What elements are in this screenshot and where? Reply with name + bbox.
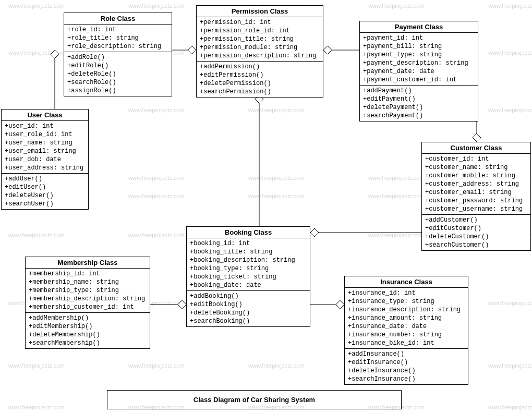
- class-methods: +addCustomer()+editCustomer()+deleteCust…: [422, 215, 530, 250]
- diagram-title: Class Diagram of Car Sharing System: [107, 390, 402, 409]
- watermark: www.freeprojectz.com: [128, 232, 185, 238]
- watermark: www.freeprojectz.com: [488, 300, 532, 306]
- svg-marker-1: [51, 50, 59, 58]
- class-attributes: +customer_id: int+customer_name: string+…: [422, 154, 530, 215]
- class-methods: +addPermission()+editPermission()+delete…: [197, 62, 323, 97]
- class-title: Booking Class: [187, 227, 310, 238]
- class-attributes: +booking_id: int+booking_title: string+b…: [187, 238, 310, 291]
- watermark: www.freeprojectz.com: [488, 362, 532, 369]
- watermark: www.freeprojectz.com: [8, 362, 65, 369]
- svg-marker-11: [310, 228, 319, 237]
- class-methods: +addInsurance()+editInsurance()+deleteIn…: [345, 349, 468, 384]
- class-attributes: +user_id: int+user_role_id: int+user_nam…: [2, 121, 88, 174]
- class-insurance: Insurance Class +insurance_id: int+insur…: [344, 276, 468, 385]
- class-methods: +addPayment()+editPayment()+deletePaymen…: [360, 86, 478, 121]
- watermark: www.freeprojectz.com: [8, 404, 65, 410]
- watermark: www.freeprojectz.com: [8, 3, 65, 9]
- watermark: www.freeprojectz.com: [128, 362, 185, 369]
- class-methods: +addUser()+editUser()+deleteUser()+searc…: [2, 174, 88, 209]
- class-customer: Customer Class +customer_id: int+custome…: [421, 142, 531, 251]
- class-attributes: +insurance_id: int+insurance_type: strin…: [345, 288, 468, 349]
- class-title: Permission Class: [197, 6, 323, 17]
- class-user: User Class +user_id: int+user_role_id: i…: [1, 109, 89, 210]
- svg-marker-3: [188, 46, 196, 54]
- class-title: Role Class: [64, 13, 172, 25]
- svg-marker-9: [473, 133, 481, 142]
- class-title: Customer Class: [422, 142, 530, 154]
- class-attributes: +role_id: int+role_title: string+role_de…: [64, 25, 172, 52]
- watermark: www.freeprojectz.com: [248, 175, 305, 181]
- watermark: www.freeprojectz.com: [488, 107, 532, 113]
- watermark: www.freeprojectz.com: [8, 50, 65, 56]
- svg-marker-15: [336, 300, 344, 309]
- watermark: www.freeprojectz.com: [128, 107, 185, 113]
- class-payment: Payment Class +payment_id: int+payment_b…: [359, 21, 478, 122]
- class-title: User Class: [2, 110, 88, 121]
- watermark: www.freeprojectz.com: [128, 3, 185, 9]
- svg-marker-5: [323, 46, 332, 54]
- class-membership: Membership Class +membership_id: int+mem…: [25, 257, 150, 349]
- watermark: www.freeprojectz.com: [8, 232, 65, 238]
- watermark: www.freeprojectz.com: [488, 3, 532, 9]
- watermark: www.freeprojectz.com: [128, 193, 185, 199]
- watermark: www.freeprojectz.com: [488, 404, 532, 410]
- watermark: www.freeprojectz.com: [248, 193, 305, 199]
- class-role: Role Class +role_id: int+role_title: str…: [64, 13, 172, 96]
- class-methods: +addMembership()+editMembership()+delete…: [26, 313, 150, 348]
- class-attributes: +payment_id: int+payment_bill: string+pa…: [360, 33, 478, 86]
- watermark: www.freeprojectz.com: [248, 107, 305, 113]
- class-attributes: +membership_id: int+membership_name: str…: [26, 269, 150, 313]
- class-methods: +addRole()+editRole()+deleteRole()+searc…: [64, 52, 172, 96]
- watermark: www.freeprojectz.com: [368, 3, 425, 9]
- watermark: www.freeprojectz.com: [368, 193, 425, 199]
- class-title: Payment Class: [360, 21, 478, 33]
- svg-marker-13: [178, 300, 186, 309]
- class-title: Insurance Class: [345, 276, 468, 288]
- class-title: Membership Class: [26, 257, 150, 269]
- class-methods: +addBooking()+editBooking()+deleteBookin…: [187, 291, 310, 326]
- watermark: www.freeprojectz.com: [368, 175, 425, 181]
- watermark: www.freeprojectz.com: [128, 175, 185, 181]
- class-attributes: +permission_id: int+permission_role_id: …: [197, 17, 323, 62]
- watermark: www.freeprojectz.com: [488, 50, 532, 56]
- watermark: www.freeprojectz.com: [248, 362, 305, 369]
- class-permission: Permission Class +permission_id: int+per…: [196, 5, 323, 98]
- watermark: www.freeprojectz.com: [368, 232, 425, 238]
- class-booking: Booking Class +booking_id: int+booking_t…: [186, 226, 310, 327]
